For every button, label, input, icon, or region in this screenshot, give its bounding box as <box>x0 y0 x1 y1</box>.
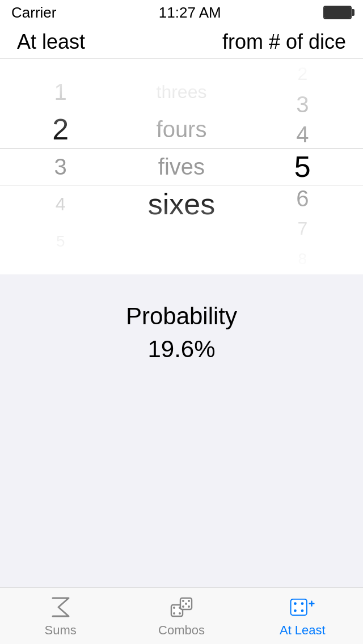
probability-label: Probability <box>126 303 237 330</box>
picker-item[interactable]: threes <box>121 73 242 111</box>
header-right-label: from # of dice <box>222 30 346 54</box>
result-area: Probability 19.6% <box>0 274 363 363</box>
svg-point-15 <box>301 609 304 612</box>
svg-point-9 <box>182 605 184 608</box>
tab-bar: Sums Combos <box>0 587 363 644</box>
probability-value: 19.6% <box>147 336 215 363</box>
picker-item-selected[interactable]: 5 <box>242 150 363 184</box>
tab-combos-label: Combos <box>158 623 205 638</box>
face-column[interactable]: threes fours fives sixes <box>121 59 242 274</box>
svg-point-8 <box>188 600 190 602</box>
atleast-icon <box>288 595 317 620</box>
header-left-label: At least <box>17 30 85 54</box>
svg-point-12 <box>294 602 297 605</box>
picker-item[interactable]: 6 <box>242 184 363 214</box>
header: At least from # of dice <box>0 25 363 59</box>
svg-point-14 <box>294 609 297 612</box>
carrier-text: Carrier <box>11 4 56 22</box>
picker-item[interactable]: 8 <box>242 244 363 274</box>
picker-item[interactable]: 4 <box>242 120 363 150</box>
at-least-column[interactable]: 1 2 3 4 5 <box>0 59 121 274</box>
picker-item[interactable]: fives <box>121 148 242 185</box>
picker-item[interactable]: fours <box>121 111 242 148</box>
picker-item[interactable]: 2 <box>242 59 363 89</box>
tab-atleast-label: At Least <box>280 623 326 638</box>
picker-item[interactable]: 4 <box>0 185 121 223</box>
status-bar: Carrier 11:27 AM <box>0 0 363 25</box>
picker-item[interactable]: 5 <box>0 223 121 260</box>
sums-icon <box>46 595 75 620</box>
picker-item[interactable]: 7 <box>242 214 363 244</box>
picker-item-selected[interactable]: 2 <box>0 111 121 148</box>
svg-rect-11 <box>291 599 307 615</box>
battery-indicator <box>323 6 352 19</box>
picker-container[interactable]: 1 2 3 4 5 threes fours fives sixes 2 3 4… <box>0 59 363 274</box>
tab-sums-label: Sums <box>45 623 77 638</box>
svg-point-13 <box>301 602 304 605</box>
tab-atleast[interactable]: At Least <box>242 595 363 638</box>
dice-count-column[interactable]: 2 3 4 5 6 7 8 <box>242 59 363 274</box>
svg-point-6 <box>185 603 187 605</box>
svg-point-1 <box>173 607 175 609</box>
tab-combos[interactable]: Combos <box>121 595 242 638</box>
picker-item[interactable]: 1 <box>0 73 121 111</box>
tab-sums[interactable]: Sums <box>0 595 121 638</box>
picker-item[interactable]: 3 <box>0 148 121 185</box>
svg-point-3 <box>173 612 175 615</box>
status-time: 11:27 AM <box>159 4 221 22</box>
picker-columns: 1 2 3 4 5 threes fours fives sixes 2 3 4… <box>0 59 363 274</box>
combos-icon <box>167 595 196 620</box>
picker-item[interactable]: 3 <box>242 89 363 119</box>
svg-point-7 <box>182 600 184 602</box>
picker-item-selected[interactable]: sixes <box>121 185 242 223</box>
svg-point-10 <box>188 605 190 608</box>
battery-fill <box>324 7 351 18</box>
picker-item[interactable] <box>121 223 242 260</box>
svg-point-4 <box>179 612 181 615</box>
